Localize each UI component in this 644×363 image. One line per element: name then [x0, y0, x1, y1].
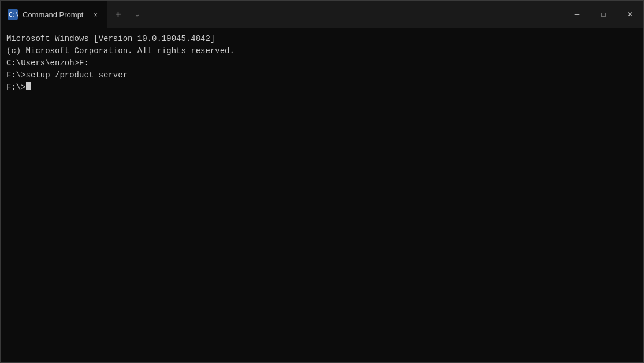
tab-area: C:\ Command Prompt ✕ + ⌄	[1, 1, 564, 28]
minimize-button[interactable]: ─	[564, 1, 590, 28]
cursor-blink	[26, 82, 31, 90]
terminal-line-6: F:\>setup /product server	[6, 69, 638, 82]
tab-close-button[interactable]: ✕	[90, 9, 100, 20]
tab-title: Command Prompt	[23, 10, 83, 19]
terminal-line-1: Microsoft Windows [Version 10.0.19045.48…	[6, 33, 638, 45]
current-prompt: F:\>	[6, 82, 26, 94]
titlebar: C:\ Command Prompt ✕ + ⌄ ─ □ ✕	[1, 1, 643, 28]
terminal-output[interactable]: Microsoft Windows [Version 10.0.19045.48…	[1, 28, 643, 362]
window-controls: ─ □ ✕	[564, 1, 643, 28]
tab-dropdown-button[interactable]: ⌄	[128, 1, 146, 28]
svg-text:C:\: C:\	[9, 12, 18, 18]
new-tab-button[interactable]: +	[107, 1, 128, 28]
cmd-icon: C:\	[8, 9, 18, 20]
terminal-line-4: C:\Users\enzoh>F:	[6, 57, 638, 69]
close-button[interactable]: ✕	[617, 1, 643, 28]
terminal-window: C:\ Command Prompt ✕ + ⌄ ─ □ ✕ Microsoft…	[0, 0, 644, 363]
terminal-line-2: (c) Microsoft Corporation. All rights re…	[6, 45, 638, 57]
current-prompt-line: F:\>	[6, 82, 638, 94]
maximize-button[interactable]: □	[590, 1, 617, 28]
active-tab[interactable]: C:\ Command Prompt ✕	[1, 1, 107, 28]
